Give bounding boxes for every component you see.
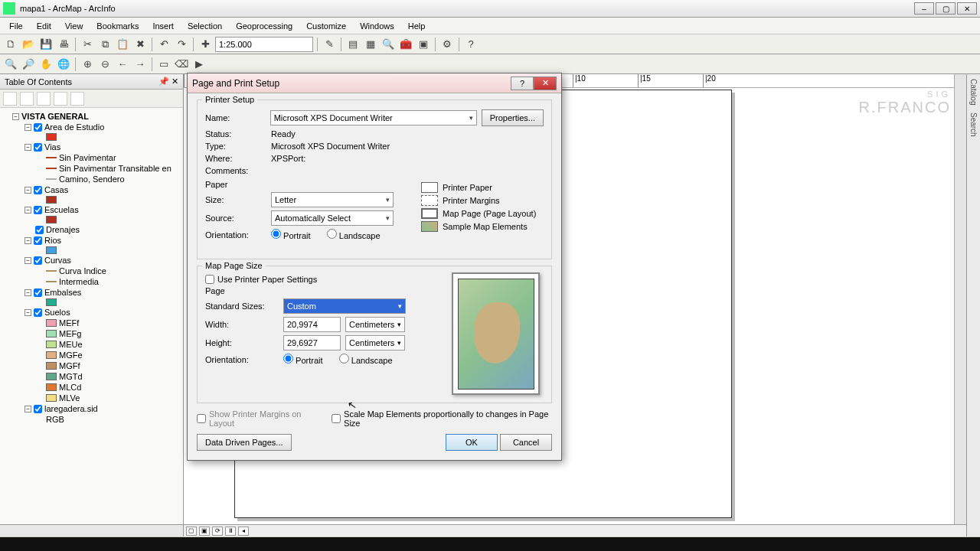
layer-checkbox[interactable] (34, 256, 42, 265)
copy-icon[interactable]: ⧉ (97, 37, 113, 52)
toc-list-by-visibility-icon[interactable] (37, 92, 51, 106)
layer-sub-item[interactable]: Sin Pavimentar Transitable en (23, 163, 181, 174)
refresh-icon[interactable]: ⟳ (212, 527, 223, 536)
layer-item[interactable]: − Casas (23, 184, 181, 195)
dialog-titlebar[interactable]: Page and Print Setup ? ✕ (188, 73, 561, 93)
layer-item[interactable]: − Curvas (23, 255, 181, 266)
layer-sub-item[interactable]: MGFe (23, 350, 181, 360)
layer-item[interactable]: − Suelos (23, 307, 181, 318)
paper-landscape-radio[interactable]: Landscape (327, 229, 381, 240)
undo-icon[interactable]: ↶ (156, 37, 172, 52)
layer-sub-item[interactable]: Camino, Sendero (23, 174, 181, 184)
layer-checkbox[interactable] (34, 123, 42, 132)
expand-icon[interactable]: − (24, 289, 31, 296)
editor-toolbar-icon[interactable]: ✎ (322, 37, 337, 52)
layer-item[interactable]: − Vias (23, 142, 181, 152)
delete-icon[interactable]: ✖ (132, 37, 148, 52)
menu-file[interactable]: File (3, 20, 29, 32)
standard-sizes-combo[interactable]: Custom (283, 298, 406, 314)
layer-item[interactable]: − laregadera.sid (23, 403, 181, 414)
zoom-in-icon[interactable]: 🔍 (3, 57, 18, 72)
select-features-icon[interactable]: ▭ (156, 57, 172, 72)
toc-list-by-selection-icon[interactable] (54, 92, 67, 106)
expand-icon[interactable]: − (24, 309, 31, 316)
paper-portrait-radio[interactable]: Portrait (271, 229, 311, 240)
layer-sub-item[interactable]: MGTd (23, 371, 181, 382)
layer-sub-item[interactable]: MLCd (23, 382, 181, 393)
layer-checkbox[interactable] (34, 289, 42, 297)
select-elements-icon[interactable]: ▶ (191, 57, 207, 72)
layer-item[interactable]: Drenajes (23, 224, 181, 235)
layer-checkbox[interactable] (35, 226, 44, 234)
pause-icon[interactable]: ⏸ (225, 527, 236, 536)
layer-sub-item[interactable]: Intermedia (23, 276, 181, 287)
layer-sub-item[interactable]: MLVe (23, 393, 181, 403)
width-input[interactable]: 20,9974 (283, 317, 341, 332)
catalog-tab[interactable]: Catalog (969, 79, 978, 105)
expand-icon[interactable]: − (24, 187, 31, 194)
layer-checkbox[interactable] (34, 143, 42, 152)
use-printer-paper-checkbox[interactable] (205, 275, 214, 284)
paste-icon[interactable]: 📋 (115, 37, 130, 52)
paper-source-combo[interactable]: Automatically Select (271, 210, 394, 226)
zoom-out-icon[interactable]: 🔎 (21, 57, 36, 72)
toc-list-by-drawing-icon[interactable] (3, 92, 17, 106)
redo-icon[interactable]: ↷ (174, 37, 189, 52)
toc-pin-icon[interactable]: 📌 (158, 77, 169, 86)
full-extent-icon[interactable]: 🌐 (56, 57, 71, 72)
layer-sub-item[interactable]: MEFg (23, 328, 181, 339)
cancel-button[interactable]: Cancel (500, 434, 552, 451)
layer-item[interactable]: − Embalses (23, 287, 181, 298)
new-icon[interactable]: 🗋 (3, 37, 18, 52)
data-driven-pages-button[interactable]: Data Driven Pages... (197, 434, 292, 451)
menu-windows[interactable]: Windows (354, 20, 400, 32)
layer-checkbox[interactable] (34, 236, 42, 245)
hscroll-left-icon[interactable]: ◂ (238, 527, 249, 536)
layer-item[interactable]: − Area de Estudio (23, 122, 181, 132)
prev-extent-icon[interactable]: ← (115, 57, 130, 72)
maximize-button[interactable]: ▢ (936, 2, 956, 15)
toc-tree[interactable]: −VISTA GENERAL − Area de Estudio− Vias S… (0, 108, 183, 524)
printer-name-combo[interactable]: Microsoft XPS Document Writer (270, 110, 477, 126)
layout-view-tab[interactable]: ▣ (199, 527, 210, 536)
layer-sub-item[interactable]: Sin Pavimentar (23, 152, 181, 163)
menu-geoprocessing[interactable]: Geoprocessing (230, 20, 299, 32)
scale-elements-checkbox[interactable] (332, 414, 341, 423)
pan-icon[interactable]: ✋ (38, 57, 54, 72)
layer-sub-item[interactable]: MEUe (23, 339, 181, 350)
layer-checkbox[interactable] (34, 206, 42, 214)
model-builder-icon[interactable]: ⚙ (439, 37, 455, 52)
data-view-tab[interactable]: ▢ (186, 527, 197, 536)
whats-this-icon[interactable]: ? (463, 37, 479, 52)
height-unit-combo[interactable]: Centimeters (345, 335, 405, 350)
minimize-button[interactable]: – (914, 2, 934, 15)
page-portrait-radio[interactable]: Portrait (283, 354, 323, 365)
layer-sub-item[interactable]: MEFf (23, 318, 181, 328)
arc-toolbox-icon[interactable]: 🧰 (398, 37, 413, 52)
close-button[interactable]: ✕ (957, 2, 977, 15)
layer-checkbox[interactable] (34, 308, 42, 317)
dialog-close-icon[interactable]: ✕ (534, 77, 557, 90)
menu-edit[interactable]: Edit (31, 20, 57, 32)
vscroll[interactable] (954, 74, 966, 536)
save-icon[interactable]: 💾 (38, 37, 54, 52)
menu-view[interactable]: View (59, 20, 90, 32)
add-data-icon[interactable]: ✚ (198, 37, 213, 52)
toc-icon[interactable]: ▤ (345, 37, 361, 52)
expand-icon[interactable]: − (24, 257, 31, 264)
toc-hscroll[interactable] (0, 524, 183, 536)
menu-insert[interactable]: Insert (146, 20, 180, 32)
height-input[interactable]: 29,6927 (283, 335, 341, 350)
fixed-zoom-in-icon[interactable]: ⊕ (80, 57, 95, 72)
search-icon[interactable]: 🔍 (381, 37, 396, 52)
catalog-icon[interactable]: ▦ (363, 37, 378, 52)
open-icon[interactable]: 📂 (21, 37, 36, 52)
python-icon[interactable]: ▣ (416, 37, 431, 52)
scale-input[interactable] (219, 40, 309, 49)
expand-icon[interactable]: − (24, 124, 31, 131)
print-icon[interactable]: 🖶 (56, 37, 71, 52)
toc-list-by-source-icon[interactable] (20, 92, 34, 106)
page-landscape-radio[interactable]: Landscape (339, 354, 393, 365)
ok-button[interactable]: OK (446, 434, 498, 451)
properties-button[interactable]: Properties... (482, 109, 544, 126)
